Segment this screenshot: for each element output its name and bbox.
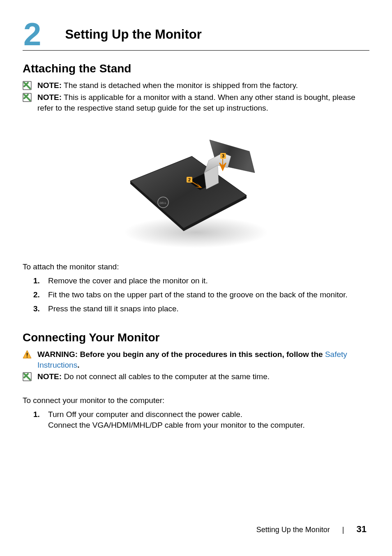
step-text: Press the stand till it snaps into place… bbox=[48, 303, 369, 314]
connect-intro: To connect your monitor to the computer: bbox=[23, 396, 369, 405]
attach-steps: 1. Remove the cover and place the monito… bbox=[23, 276, 369, 315]
svg-text:2: 2 bbox=[188, 177, 191, 182]
warning-dot: . bbox=[77, 361, 79, 369]
step-text: Fit the two tabs on the upper part of th… bbox=[48, 290, 369, 300]
note-text: Do not connect all cables to the compute… bbox=[62, 372, 270, 381]
note-label: NOTE: bbox=[37, 81, 62, 90]
warning-text: WARNING: Before you begin any of the pro… bbox=[37, 350, 325, 359]
note-icon bbox=[23, 93, 37, 102]
step-number: 1. bbox=[33, 409, 48, 420]
chapter-number: 2 bbox=[23, 21, 41, 48]
step-number: 2. bbox=[33, 290, 48, 300]
step-number: 3. bbox=[33, 303, 48, 314]
chapter-header: 2 Setting Up the Monitor bbox=[23, 21, 369, 51]
svg-text:3: 3 bbox=[222, 153, 224, 158]
note-label: NOTE: bbox=[37, 93, 62, 102]
note-label: NOTE: bbox=[37, 372, 62, 381]
list-item: 2. Fit the two tabs on the upper part of… bbox=[33, 290, 369, 300]
attach-intro: To attach the monitor stand: bbox=[23, 262, 369, 271]
warning-icon bbox=[23, 350, 37, 359]
step-text: Turn Off your computer and disconnect th… bbox=[48, 409, 369, 431]
note-text: The stand is detached when the monitor i… bbox=[62, 81, 298, 90]
page-number: 31 bbox=[357, 524, 367, 535]
footer-divider: | bbox=[342, 526, 344, 534]
svg-rect-8 bbox=[27, 357, 28, 357]
svg-rect-7 bbox=[27, 353, 28, 356]
section-connecting-title: Connecting Your Monitor bbox=[23, 331, 369, 344]
note-text: This is applicable for a monitor with a … bbox=[37, 93, 355, 112]
footer-section-name: Setting Up the Monitor bbox=[256, 526, 330, 534]
list-item: 1. Remove the cover and place the monito… bbox=[33, 276, 369, 286]
step-number: 1. bbox=[33, 276, 48, 286]
warning-row: WARNING: Before you begin any of the pro… bbox=[23, 349, 369, 371]
stand-attach-diagram: DELL 3 2 bbox=[23, 127, 369, 249]
svg-text:DELL: DELL bbox=[159, 202, 167, 204]
note-cables: NOTE: Do not connect all cables to the c… bbox=[23, 371, 369, 382]
page-footer: Setting Up the Monitor | 31 bbox=[256, 524, 367, 535]
chapter-title: Setting Up the Monitor bbox=[65, 27, 201, 42]
list-item: 1. Turn Off your computer and disconnect… bbox=[33, 409, 369, 431]
note-icon bbox=[23, 372, 37, 381]
step-text: Remove the cover and place the monitor o… bbox=[48, 276, 369, 286]
section-attaching-stand-title: Attaching the Stand bbox=[23, 62, 369, 75]
list-item: 3. Press the stand till it snaps into pl… bbox=[33, 303, 369, 314]
note-detached: NOTE: The stand is detached when the mon… bbox=[23, 80, 369, 91]
connect-steps: 1. Turn Off your computer and disconnect… bbox=[23, 409, 369, 431]
note-applicable: NOTE: This is applicable for a monitor w… bbox=[23, 92, 369, 114]
note-icon bbox=[23, 81, 37, 90]
